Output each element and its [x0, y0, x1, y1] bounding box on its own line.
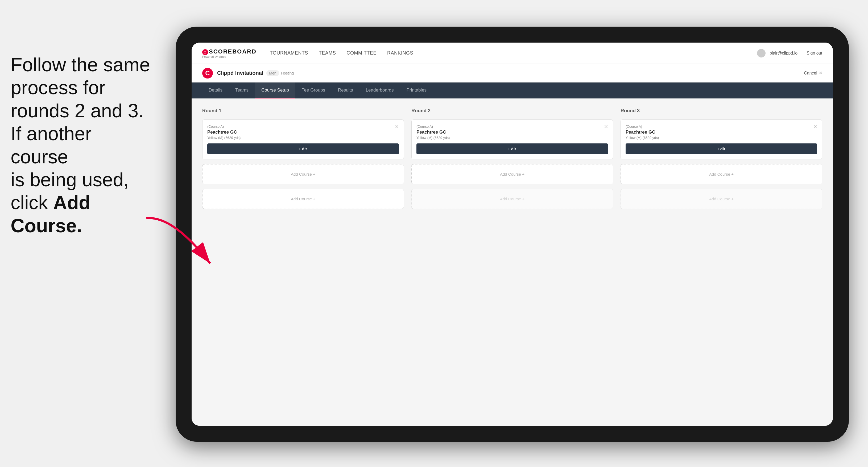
round-3-delete-icon[interactable]: ✕ — [812, 123, 818, 130]
logo-main: CSCOREBOARD — [202, 48, 256, 55]
nav-right: blair@clippd.io | Sign out — [757, 49, 822, 58]
tab-details[interactable]: Details — [202, 83, 229, 98]
event-title: Clippd Invitational — [217, 70, 263, 76]
tablet-screen: CSCOREBOARD Powered by clippd TOURNAMENT… — [192, 42, 833, 426]
logo-text: SCOREBOARD — [209, 48, 256, 55]
round-1-course-details: Yellow (M) (6629 yds) — [207, 136, 399, 140]
sub-header: C Clippd Invitational Men Hosting Cancel… — [192, 64, 833, 83]
round-2-course-label: (Course A) — [416, 125, 608, 128]
nav-links: TOURNAMENTS TEAMS COMMITTEE RANKINGS — [270, 48, 757, 59]
cancel-button[interactable]: Cancel ✕ — [804, 70, 822, 75]
round-2-add-course-1[interactable]: Add Course + — [411, 164, 613, 184]
close-icon: ✕ — [819, 70, 822, 75]
round-3-course-label: (Course A) — [626, 125, 817, 128]
tab-printables[interactable]: Printables — [400, 83, 433, 98]
round-3-column: Round 3 (Course A) Peachtree GC Yellow (… — [621, 108, 822, 209]
round-1-delete-icon[interactable]: ✕ — [394, 123, 400, 130]
round-1-edit-button[interactable]: Edit — [207, 144, 399, 154]
tab-leaderboards[interactable]: Leaderboards — [360, 83, 400, 98]
round-1-title: Round 1 — [202, 108, 404, 114]
tab-teams[interactable]: Teams — [229, 83, 255, 98]
round-1-course-card-1: (Course A) Peachtree GC Yellow (M) (6629… — [202, 120, 404, 159]
nav-teams[interactable]: TEAMS — [319, 48, 336, 59]
scoreboard-logo: CSCOREBOARD Powered by clippd — [202, 48, 256, 58]
round-2-course-name: Peachtree GC — [416, 130, 608, 135]
instruction-text: Follow the same process for rounds 2 and… — [0, 42, 165, 248]
round-2-course-details: Yellow (M) (6629 yds) — [416, 136, 608, 140]
round-2-edit-button[interactable]: Edit — [416, 144, 608, 154]
top-nav: CSCOREBOARD Powered by clippd TOURNAMENT… — [192, 42, 833, 64]
instruction-line4: If another course — [11, 123, 92, 167]
rounds-grid: Round 1 (Course A) Peachtree GC Yellow (… — [202, 108, 822, 209]
round-1-column: Round 1 (Course A) Peachtree GC Yellow (… — [202, 108, 404, 209]
round-3-edit-button[interactable]: Edit — [626, 144, 817, 154]
user-avatar — [757, 49, 766, 58]
logo-sub: Powered by clippd — [202, 55, 256, 58]
instruction-line2: process for — [11, 77, 105, 98]
main-content: Round 1 (Course A) Peachtree GC Yellow (… — [192, 98, 833, 426]
instruction-line3: rounds 2 and 3. — [11, 100, 144, 121]
tab-course-setup[interactable]: Course Setup — [255, 83, 296, 98]
round-3-add-course-1[interactable]: Add Course + — [621, 164, 822, 184]
event-gender-badge: Men — [266, 70, 279, 76]
round-3-add-course-2: Add Course + — [621, 189, 822, 209]
round-3-course-details: Yellow (M) (6629 yds) — [626, 136, 817, 140]
round-3-course-name: Peachtree GC — [626, 130, 817, 135]
event-logo: C — [202, 68, 213, 79]
nav-committee[interactable]: COMMITTEE — [347, 48, 377, 59]
round-1-course-label: (Course A) — [207, 125, 399, 128]
round-1-course-name: Peachtree GC — [207, 130, 399, 135]
tablet: CSCOREBOARD Powered by clippd TOURNAMENT… — [176, 27, 849, 442]
nav-rankings[interactable]: RANKINGS — [387, 48, 413, 59]
round-2-add-course-2: Add Course + — [411, 189, 613, 209]
tab-tee-groups[interactable]: Tee Groups — [296, 83, 332, 98]
instruction-line1: Follow the same — [11, 54, 150, 75]
round-1-add-course-1[interactable]: Add Course + — [202, 164, 404, 184]
round-2-delete-icon[interactable]: ✕ — [603, 123, 609, 130]
user-email: blair@clippd.io — [770, 51, 798, 56]
instruction-line6-prefix: click — [11, 192, 53, 213]
round-3-course-card-1: (Course A) Peachtree GC Yellow (M) (6629… — [621, 120, 822, 159]
event-status: Hosting — [281, 71, 294, 75]
sign-out-link[interactable]: Sign out — [807, 51, 822, 56]
cancel-label: Cancel — [804, 71, 817, 75]
instruction-line5: is being used, — [11, 169, 129, 190]
nav-tournaments[interactable]: TOURNAMENTS — [270, 48, 308, 59]
round-3-title: Round 3 — [621, 108, 822, 114]
round-2-course-card-1: (Course A) Peachtree GC Yellow (M) (6629… — [411, 120, 613, 159]
tab-results[interactable]: Results — [332, 83, 360, 98]
round-2-title: Round 2 — [411, 108, 613, 114]
nav-separator: | — [802, 51, 803, 56]
round-2-column: Round 2 (Course A) Peachtree GC Yellow (… — [411, 108, 613, 209]
round-1-add-course-2[interactable]: Add Course + — [202, 189, 404, 209]
logo-letter: C — [202, 49, 208, 55]
tab-bar: Details Teams Course Setup Tee Groups Re… — [192, 83, 833, 98]
